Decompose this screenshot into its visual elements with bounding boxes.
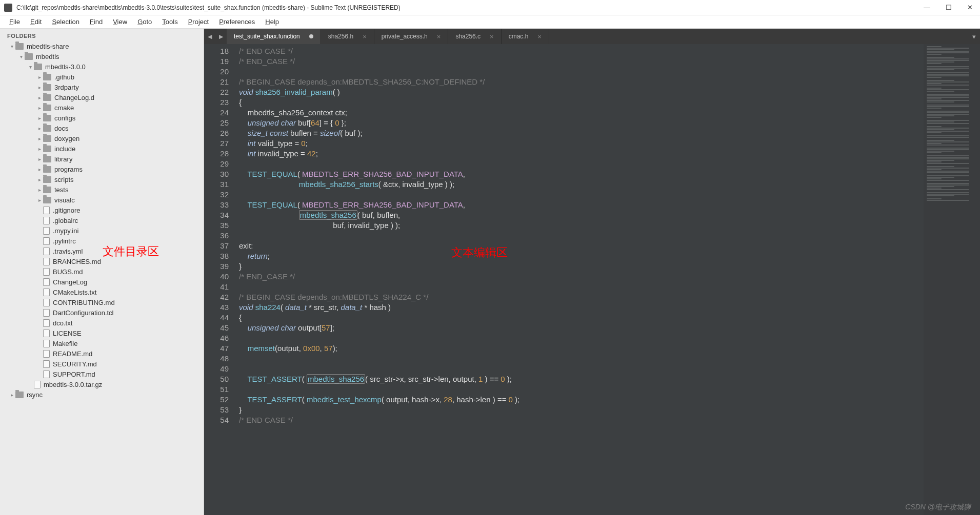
code-line[interactable]: /* END CASE */ xyxy=(239,415,924,425)
file-item[interactable]: SECURITY.md xyxy=(0,359,204,369)
close-button[interactable]: ✕ xyxy=(964,4,976,11)
line-number[interactable]: 20 xyxy=(204,67,229,77)
line-number[interactable]: 18 xyxy=(204,46,229,56)
menu-tools[interactable]: Tools xyxy=(157,18,183,26)
code-line[interactable]: void sha256_invalid_param( ) xyxy=(239,87,924,97)
line-number[interactable]: 40 xyxy=(204,272,229,282)
file-item[interactable]: dco.txt xyxy=(0,318,204,328)
code-line[interactable]: size_t const buflen = sizeof( buf ); xyxy=(239,128,924,138)
menu-file[interactable]: File xyxy=(4,18,25,26)
code-line[interactable]: { xyxy=(239,97,924,108)
code-line[interactable]: int valid_type = 0; xyxy=(239,138,924,149)
line-number[interactable]: 32 xyxy=(204,190,229,200)
folder-item[interactable]: ▸visualc xyxy=(0,195,204,205)
line-number[interactable]: 42 xyxy=(204,292,229,302)
expand-arrow-icon[interactable]: ▸ xyxy=(37,197,42,203)
code-line[interactable]: /* BEGIN_CASE depends_on:MBEDTLS_SHA256_… xyxy=(239,77,924,87)
line-number[interactable]: 22 xyxy=(204,87,229,97)
line-number[interactable]: 31 xyxy=(204,179,229,190)
code-line[interactable]: unsigned char output[57]; xyxy=(239,323,924,333)
file-item[interactable]: .travis.yml xyxy=(0,246,204,256)
tab-close-icon[interactable]: × xyxy=(537,33,542,40)
expand-arrow-icon[interactable]: ▸ xyxy=(9,392,14,398)
folder-item[interactable]: ▸tests xyxy=(0,184,204,195)
folder-item[interactable]: ▸programs xyxy=(0,164,204,174)
line-number[interactable]: 21 xyxy=(204,77,229,87)
code-line[interactable] xyxy=(239,384,924,395)
file-item[interactable]: BRANCHES.md xyxy=(0,256,204,266)
minimize-button[interactable]: — xyxy=(921,4,933,11)
file-item[interactable]: Makefile xyxy=(0,338,204,348)
code-line[interactable] xyxy=(239,190,924,200)
expand-arrow-icon[interactable]: ▸ xyxy=(37,105,42,111)
menu-view[interactable]: View xyxy=(108,18,132,26)
folder-item[interactable]: ▾mbedtls-3.0.0 xyxy=(0,61,204,72)
tab-private-access-h[interactable]: private_access.h× xyxy=(374,29,449,44)
tab-nav-left[interactable]: ◀ xyxy=(204,29,215,44)
maximize-button[interactable]: ☐ xyxy=(943,4,955,11)
line-number[interactable]: 25 xyxy=(204,118,229,128)
folder-item[interactable]: ▸scripts xyxy=(0,174,204,184)
menu-edit[interactable]: Edit xyxy=(25,18,47,26)
expand-arrow-icon[interactable]: ▸ xyxy=(37,95,42,100)
line-number[interactable]: 30 xyxy=(204,169,229,179)
line-number[interactable]: 35 xyxy=(204,220,229,231)
expand-arrow-icon[interactable]: ▸ xyxy=(37,126,42,131)
expand-arrow-icon[interactable]: ▾ xyxy=(9,44,14,49)
file-item[interactable]: .gitignore xyxy=(0,205,204,215)
line-number[interactable]: 45 xyxy=(204,323,229,333)
folder-item[interactable]: ▸docs xyxy=(0,123,204,133)
line-gutter[interactable]: 1819202122232425262728293031323334353637… xyxy=(204,44,234,515)
expand-arrow-icon[interactable]: ▾ xyxy=(28,64,33,70)
code-line[interactable] xyxy=(239,333,924,343)
file-item[interactable]: ChangeLog xyxy=(0,277,204,287)
menu-goto[interactable]: Goto xyxy=(132,18,157,26)
line-number[interactable]: 24 xyxy=(204,108,229,118)
tab-close-icon[interactable]: × xyxy=(490,33,494,40)
tab-cmac-h[interactable]: cmac.h× xyxy=(502,29,549,44)
expand-arrow-icon[interactable]: ▸ xyxy=(37,177,42,182)
line-number[interactable]: 51 xyxy=(204,384,229,395)
code-line[interactable]: } xyxy=(239,261,924,272)
folder-item[interactable]: ▸rsync xyxy=(0,389,204,400)
line-number[interactable]: 36 xyxy=(204,231,229,241)
line-number[interactable]: 33 xyxy=(204,200,229,210)
line-number[interactable]: 39 xyxy=(204,261,229,272)
line-number[interactable]: 49 xyxy=(204,364,229,374)
menu-selection[interactable]: Selection xyxy=(47,18,84,26)
line-number[interactable]: 48 xyxy=(204,354,229,364)
code-line[interactable]: mbedtls_sha256_starts( &ctx, invalid_typ… xyxy=(239,179,924,190)
folder-item[interactable]: ▸configs xyxy=(0,113,204,123)
line-number[interactable]: 28 xyxy=(204,149,229,159)
code-content[interactable]: /* END CASE *//* END_CASE */ /* BEGIN_CA… xyxy=(234,44,924,515)
file-item[interactable]: mbedtls-3.0.0.tar.gz xyxy=(0,379,204,389)
line-number[interactable]: 46 xyxy=(204,333,229,343)
folder-item[interactable]: ▸include xyxy=(0,143,204,154)
file-item[interactable]: DartConfiguration.tcl xyxy=(0,307,204,318)
code-line[interactable]: buf, invalid_type ) ); xyxy=(239,220,924,231)
folder-item[interactable]: ▸cmake xyxy=(0,102,204,113)
line-number[interactable]: 29 xyxy=(204,159,229,169)
file-item[interactable]: BUGS.md xyxy=(0,266,204,277)
code-line[interactable]: TEST_ASSERT( mbedtls_test_hexcmp( output… xyxy=(239,395,924,405)
code-line[interactable]: void sha224( data_t * src_str, data_t * … xyxy=(239,302,924,313)
tab-sha256-h[interactable]: sha256.h× xyxy=(321,29,374,44)
line-number[interactable]: 19 xyxy=(204,56,229,67)
line-number[interactable]: 27 xyxy=(204,138,229,149)
expand-arrow-icon[interactable]: ▸ xyxy=(37,167,42,172)
expand-arrow-icon[interactable]: ▸ xyxy=(37,187,42,193)
line-number[interactable]: 50 xyxy=(204,374,229,384)
line-number[interactable]: 34 xyxy=(204,210,229,220)
folder-item[interactable]: ▸3rdparty xyxy=(0,82,204,92)
folder-item[interactable]: ▸ChangeLog.d xyxy=(0,92,204,102)
tab-test-suite-shax-function[interactable]: test_suite_shax.function xyxy=(227,29,321,44)
line-number[interactable]: 52 xyxy=(204,395,229,405)
expand-arrow-icon[interactable]: ▸ xyxy=(37,74,42,80)
tab-close-icon[interactable]: × xyxy=(363,33,367,40)
code-line[interactable]: return; xyxy=(239,251,924,261)
expand-arrow-icon[interactable]: ▸ xyxy=(37,136,42,141)
line-number[interactable]: 41 xyxy=(204,282,229,292)
file-item[interactable]: SUPPORT.md xyxy=(0,369,204,379)
file-item[interactable]: CMakeLists.txt xyxy=(0,287,204,297)
file-item[interactable]: LICENSE xyxy=(0,328,204,338)
